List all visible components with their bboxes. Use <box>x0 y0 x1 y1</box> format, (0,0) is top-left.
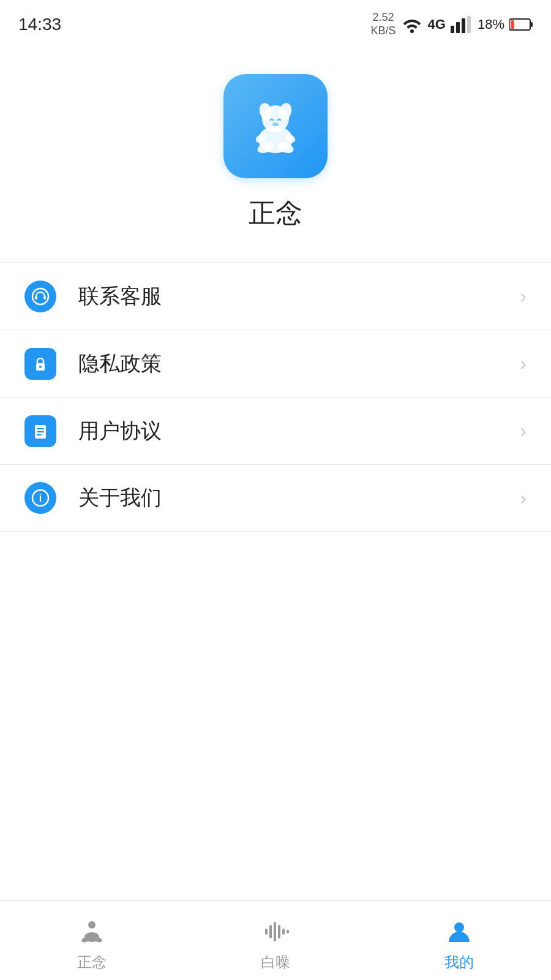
agreement-chevron: › <box>520 420 527 442</box>
nav-item-whitenoise[interactable]: 白噪 <box>184 910 367 972</box>
svg-point-37 <box>454 922 464 932</box>
svg-rect-3 <box>467 16 471 33</box>
svg-rect-1 <box>456 22 460 33</box>
mindfulness-nav-label: 正念 <box>77 952 107 972</box>
svg-rect-35 <box>282 929 285 935</box>
battery-icon <box>509 18 533 31</box>
menu-item-about[interactable]: i 关于我们 › <box>0 464 551 532</box>
status-bar: 14:33 2.52KB/S 4G 18% <box>0 0 551 43</box>
contact-label: 联系客服 <box>78 282 520 311</box>
wifi-icon <box>401 16 423 33</box>
battery-percent: 18% <box>478 17 504 32</box>
signal-icon <box>451 16 473 33</box>
menu-item-privacy[interactable]: 隐私政策 › <box>0 330 551 397</box>
svg-rect-18 <box>43 296 46 300</box>
privacy-label: 隐私政策 <box>78 350 520 378</box>
svg-rect-6 <box>511 20 514 29</box>
status-time: 14:33 <box>18 15 61 34</box>
svg-rect-17 <box>35 296 37 300</box>
app-logo-icon <box>239 89 312 163</box>
customer-service-icon <box>24 281 56 312</box>
svg-rect-36 <box>287 930 289 933</box>
svg-rect-34 <box>278 925 280 938</box>
privacy-icon <box>24 348 56 380</box>
nav-item-mindfulness[interactable]: 正念 <box>0 910 184 972</box>
nav-item-mine[interactable]: 我的 <box>367 910 551 972</box>
agreement-label: 用户协议 <box>78 417 520 445</box>
app-icon <box>223 74 328 178</box>
svg-rect-31 <box>265 929 268 935</box>
svg-rect-32 <box>269 925 272 938</box>
svg-point-16 <box>32 288 48 304</box>
contact-chevron: › <box>520 285 527 307</box>
app-name: 正念 <box>249 195 302 232</box>
svg-rect-33 <box>274 922 276 941</box>
about-icon: i <box>24 482 56 514</box>
mindfulness-nav-icon <box>76 916 108 948</box>
signal-4g: 4G <box>428 17 446 32</box>
svg-point-27 <box>88 921 96 929</box>
svg-text:i: i <box>39 493 42 503</box>
privacy-chevron: › <box>520 352 527 375</box>
about-label: 关于我们 <box>78 484 520 512</box>
menu-item-agreement[interactable]: 用户协议 › <box>0 397 551 464</box>
svg-rect-5 <box>530 22 533 27</box>
agreement-icon <box>24 415 56 447</box>
bottom-nav: 正念 白噪 我的 <box>0 900 551 980</box>
svg-rect-2 <box>462 18 465 33</box>
menu-item-contact[interactable]: 联系客服 › <box>0 262 551 330</box>
svg-point-11 <box>272 123 279 126</box>
mine-nav-label: 我的 <box>444 952 474 972</box>
mine-nav-icon <box>443 916 475 948</box>
whitenoise-nav-icon <box>260 916 291 948</box>
svg-rect-0 <box>451 26 454 33</box>
menu-list: 联系客服 › 隐私政策 › <box>0 262 551 532</box>
main-content: 正念 联系客服 › <box>0 43 551 532</box>
status-right: 2.52KB/S 4G 18% <box>371 11 533 37</box>
whitenoise-nav-label: 白噪 <box>261 952 290 972</box>
about-chevron: › <box>520 487 527 510</box>
svg-point-20 <box>39 366 42 368</box>
network-speed: 2.52KB/S <box>371 11 396 37</box>
